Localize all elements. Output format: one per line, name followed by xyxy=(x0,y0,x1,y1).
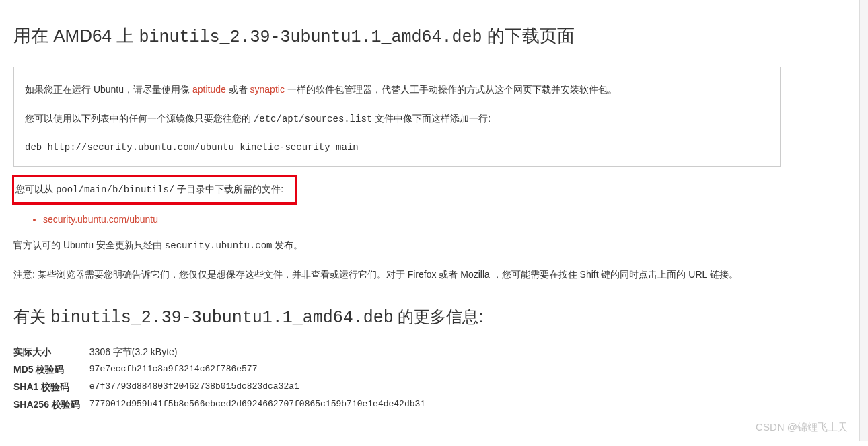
text: 如果您正在运行 Ubuntu，请尽量使用像 xyxy=(25,84,192,95)
table-row: SHA256 校验码 7770012d959b41f5b8e566ebced2d… xyxy=(13,396,435,414)
pkg-manager-advice: 如果您正在运行 Ubuntu，请尽量使用像 aptitude 或者 synapt… xyxy=(25,81,769,99)
info-label: SHA256 校验码 xyxy=(13,396,89,414)
table-row: MD5 校验码 97e7eccfb211c8a9f3214c62f786e577 xyxy=(13,361,435,379)
text: 您可以使用以下列表中的任何一个源镜像只要您往您的 xyxy=(25,113,254,124)
aptitude-link[interactable]: aptitude xyxy=(192,84,226,95)
list-item: security.ubuntu.com/ubuntu xyxy=(43,214,855,225)
text: 官方认可的 Ubuntu 安全更新只经由 xyxy=(13,239,165,250)
more-info-heading: 有关 binutils_2.39-3ubuntu1.1_amd64.deb 的更… xyxy=(13,306,855,328)
official-source-note: 官方认可的 Ubuntu 安全更新只经由 security.ubuntu.com… xyxy=(13,237,781,254)
table-row: SHA1 校验码 e7f37793d884803f20462738b015dc8… xyxy=(13,379,435,396)
pool-path: pool/main/b/binutils/ xyxy=(56,184,174,195)
info-value: 97e7eccfb211c8a9f3214c62f786e577 xyxy=(89,361,435,379)
text: 或者 xyxy=(226,84,250,95)
text: 您可以从 xyxy=(15,184,56,194)
synaptic-link[interactable]: synaptic xyxy=(250,84,285,95)
text: 一样的软件包管理器，代替人工手动操作的方式从这个网页下载并安装软件包。 xyxy=(285,84,617,95)
deb-line: deb http://security.ubuntu.com/ubuntu ki… xyxy=(25,139,769,157)
security-host: security.ubuntu.com xyxy=(165,240,273,251)
text: 子目录中下载所需的文件: xyxy=(174,184,283,194)
table-row: 实际大小 3306 字节(3.2 kByte) xyxy=(13,344,435,361)
browser-note: 注意: 某些浏览器需要您明确告诉它们，您仅仅是想保存这些文件，并非查看或运行它们… xyxy=(13,266,781,283)
sources-path: /etc/apt/sources.list xyxy=(254,114,372,124)
subtitle-prefix: 有关 xyxy=(13,307,50,326)
watermark: CSDN @锦鲤飞上天 xyxy=(756,421,848,434)
mirror-list: security.ubuntu.com/ubuntu xyxy=(43,214,855,225)
mirror-link[interactable]: security.ubuntu.com/ubuntu xyxy=(43,214,158,225)
text: 文件中像下面这样添加一行: xyxy=(372,113,491,124)
instructions-box: 如果您正在运行 Ubuntu，请尽量使用像 aptitude 或者 synapt… xyxy=(13,67,781,167)
file-info-table: 实际大小 3306 字节(3.2 kByte) MD5 校验码 97e7eccf… xyxy=(13,344,435,414)
info-label: SHA1 校验码 xyxy=(13,379,89,396)
pool-path-highlight: 您可以从 pool/main/b/binutils/ 子目录中下载所需的文件: xyxy=(12,175,297,205)
info-value: 7770012d959b41f5b8e566ebced2d6924662707f… xyxy=(89,396,435,414)
page-title: 用在 AMD64 上 binutils_2.39-3ubuntu1.1_amd6… xyxy=(13,24,855,48)
info-value: 3306 字节(3.2 kByte) xyxy=(89,344,435,361)
info-label: MD5 校验码 xyxy=(13,361,89,379)
info-value: e7f37793d884803f20462738b015dc823dca32a1 xyxy=(89,379,435,396)
page-content: 用在 AMD64 上 binutils_2.39-3ubuntu1.1_amd6… xyxy=(0,0,868,441)
text: 发布。 xyxy=(272,239,303,250)
side-strip xyxy=(859,0,868,441)
subtitle-suffix: 的更多信息: xyxy=(394,307,483,326)
subtitle-filename: binutils_2.39-3ubuntu1.1_amd64.deb xyxy=(50,308,394,328)
info-label: 实际大小 xyxy=(13,344,89,361)
title-suffix: 的下载页面 xyxy=(482,26,574,46)
title-filename: binutils_2.39-3ubuntu1.1_amd64.deb xyxy=(139,28,482,47)
sources-instruction: 您可以使用以下列表中的任何一个源镜像只要您往您的 /etc/apt/source… xyxy=(25,110,769,128)
title-prefix: 用在 AMD64 上 xyxy=(13,26,139,46)
